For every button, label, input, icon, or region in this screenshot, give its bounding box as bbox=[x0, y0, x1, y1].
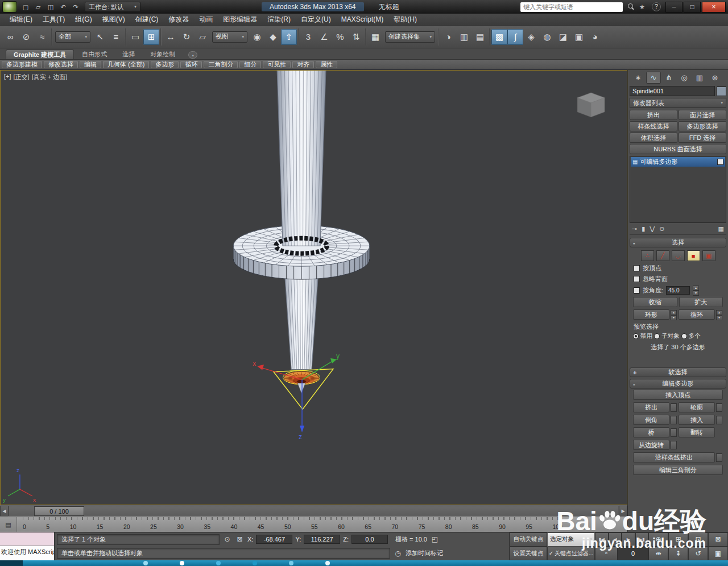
use-pivot-point-center-icon[interactable]: ◉ bbox=[249, 29, 265, 45]
bevel-settings-button[interactable] bbox=[671, 416, 677, 424]
curve-editor-icon[interactable]: ∫ bbox=[507, 29, 523, 45]
subobject-border-icon[interactable]: ◡ bbox=[672, 250, 685, 261]
hinge-settings-button[interactable] bbox=[671, 441, 677, 449]
select-and-manipulate-icon[interactable]: ◆ bbox=[265, 29, 281, 45]
select-and-link-icon[interactable]: ∞ bbox=[2, 29, 18, 45]
material-editor-icon[interactable]: ◍ bbox=[539, 29, 555, 45]
viewport-canvas[interactable]: x y z z x y bbox=[1, 71, 627, 505]
time-slider-left-arrow[interactable]: ◀ bbox=[0, 506, 9, 517]
time-tag-clock-icon[interactable]: ◷ bbox=[393, 548, 403, 558]
ribbon-panel-button[interactable]: 循环 bbox=[180, 61, 202, 68]
walk-through-icon[interactable]: ⇞ bbox=[668, 547, 688, 561]
by-angle-checkbox[interactable] bbox=[634, 287, 640, 294]
modifier-set-button[interactable]: NURBS 曲面选择 bbox=[630, 144, 726, 154]
ribbon-tab[interactable]: 选择 bbox=[115, 49, 142, 59]
zoom-all-icon[interactable]: ⊞ bbox=[668, 532, 688, 547]
viewport-shading-menu[interactable]: [真实 + 边面] bbox=[32, 73, 68, 81]
app-menu-button[interactable] bbox=[2, 1, 17, 13]
previous-frame-icon[interactable]: ◀ bbox=[609, 532, 622, 547]
ribbon-tab[interactable]: 对象绘制 bbox=[143, 49, 183, 59]
snap-toggle-3d-icon[interactable]: 3 bbox=[300, 29, 316, 45]
modifier-stack-selected-row[interactable]: ▦ 可编辑多边形 bbox=[631, 157, 725, 167]
help-icon[interactable]: ? bbox=[652, 2, 661, 11]
extrude-along-spline-button[interactable]: 沿样条线挤出 bbox=[633, 452, 715, 462]
spinner-up-icon[interactable]: ▴ bbox=[693, 286, 699, 291]
angle-spinner[interactable]: ▴ ▾ bbox=[693, 286, 699, 295]
subobject-vertex-icon[interactable]: ∴ bbox=[641, 250, 654, 261]
open-file-icon[interactable]: ▱ bbox=[32, 2, 44, 12]
menu-item[interactable]: 创建(C) bbox=[130, 14, 164, 26]
menu-item[interactable]: 图形编辑器 bbox=[218, 14, 262, 26]
ribbon-panel-button[interactable]: 多边形建模 bbox=[2, 61, 42, 68]
pan-icon[interactable]: ⇹ bbox=[648, 547, 668, 561]
select-by-name-icon[interactable]: ≡ bbox=[108, 29, 124, 45]
viewport[interactable]: x y z z x y [+] [正交] [真实 + 边面] bbox=[0, 70, 627, 505]
render-setup-icon[interactable]: ◪ bbox=[555, 29, 571, 45]
select-and-scale-icon[interactable]: ▱ bbox=[195, 29, 210, 45]
isolate-selection-icon[interactable]: ⊙ bbox=[222, 535, 232, 544]
ribbon-panel-button[interactable]: 修改选择 bbox=[44, 61, 78, 68]
shrink-button[interactable]: 收缩 bbox=[633, 297, 677, 307]
search-icon[interactable] bbox=[626, 3, 636, 11]
menu-item[interactable]: MAXScript(M) bbox=[336, 14, 389, 26]
favorites-star-icon[interactable]: ★ bbox=[637, 3, 647, 11]
pin-stack-icon[interactable]: ⊸ bbox=[632, 225, 637, 233]
spinner-snap-toggle-icon[interactable]: ⇅ bbox=[348, 29, 364, 45]
ribbon-panel-button[interactable]: 几何体 (全部) bbox=[103, 61, 149, 68]
modifier-set-button[interactable]: FFD 选择 bbox=[679, 133, 726, 143]
time-slider-right-arrow[interactable]: ▶ bbox=[619, 506, 627, 517]
flip-button[interactable]: 翻转 bbox=[679, 427, 715, 437]
redo-icon[interactable]: ↷ bbox=[70, 2, 81, 12]
modifier-set-button[interactable]: 面片选择 bbox=[679, 110, 726, 120]
ribbon-tab[interactable]: 自由形式 bbox=[75, 49, 114, 59]
bind-to-space-warp-icon[interactable]: ≈ bbox=[34, 29, 50, 45]
hinge-from-edge-button[interactable]: 从边旋转 bbox=[633, 440, 669, 450]
make-unique-icon[interactable]: ⋁ bbox=[650, 225, 655, 233]
zoom-icon[interactable]: ⊕ bbox=[648, 532, 668, 547]
select-and-move-icon[interactable]: ↔ bbox=[163, 29, 179, 45]
viewport-general-menu[interactable]: [+] bbox=[4, 73, 11, 81]
modifier-list-dropdown[interactable]: 修改器列表 ▾ bbox=[630, 98, 726, 108]
ribbon-panel-button[interactable]: 编辑 bbox=[80, 61, 101, 68]
menu-item[interactable]: 编辑(E) bbox=[5, 14, 38, 26]
ribbon-tab[interactable]: Graphite 建模工具 bbox=[6, 49, 74, 59]
inset-settings-button[interactable] bbox=[716, 416, 722, 424]
ribbon-panel-button[interactable]: 可见性 bbox=[263, 61, 291, 68]
spinner-down-icon[interactable]: ▾ bbox=[671, 315, 677, 320]
ignore-backfacing-checkbox[interactable] bbox=[634, 276, 640, 282]
ribbon-panel-button[interactable]: 多边形 bbox=[151, 61, 179, 68]
taskbar-app-icon[interactable] bbox=[143, 561, 148, 565]
rollout-soft-selection[interactable]: + 软选择 bbox=[630, 367, 726, 377]
go-to-start-icon[interactable]: ▮◀ bbox=[595, 532, 609, 547]
orbit-icon[interactable]: ↺ bbox=[688, 547, 708, 561]
command-tab-create-icon[interactable]: ∗ bbox=[631, 72, 646, 84]
spinner-down-icon[interactable]: ▾ bbox=[716, 315, 722, 320]
percent-snap-toggle-icon[interactable]: % bbox=[332, 29, 348, 45]
command-tab-motion-icon[interactable]: ◎ bbox=[677, 72, 692, 84]
menu-item[interactable]: 动画 bbox=[194, 14, 218, 26]
undo-icon[interactable]: ↶ bbox=[57, 2, 69, 12]
current-frame-field[interactable] bbox=[618, 547, 648, 561]
rectangular-selection-region-icon[interactable]: ▭ bbox=[127, 29, 143, 45]
angle-value-field[interactable] bbox=[666, 286, 690, 295]
menu-item[interactable]: 视图(V) bbox=[97, 14, 130, 26]
modifier-set-button[interactable]: 样条线选择 bbox=[630, 121, 677, 131]
selection-lock-icon[interactable]: ⊠ bbox=[235, 535, 245, 544]
menu-item[interactable]: 工具(T) bbox=[38, 14, 70, 26]
taskbar-app-icon[interactable] bbox=[253, 561, 257, 565]
workspace-dropdown[interactable]: 工作台: 默认 ▾ bbox=[85, 2, 140, 12]
by-vertex-checkbox[interactable] bbox=[634, 265, 640, 271]
mirror-icon[interactable]: ◑ bbox=[440, 29, 456, 45]
selection-filter-dropdown[interactable]: 选定对象 ▾ bbox=[547, 532, 595, 547]
rollout-selection[interactable]: - 选择 bbox=[630, 238, 726, 247]
insert-vertex-button[interactable]: 插入顶点 bbox=[633, 390, 723, 400]
zoom-region-icon[interactable]: ⊠ bbox=[708, 532, 728, 547]
maxscript-listener-line[interactable]: 欢迎使用 MAXScript bbox=[0, 546, 54, 561]
outline-settings-button[interactable] bbox=[716, 403, 722, 412]
extrude-along-spline-settings-button[interactable] bbox=[716, 453, 722, 462]
inset-button[interactable]: 插入 bbox=[679, 415, 715, 425]
keyboard-shortcut-override-icon[interactable]: ⇧ bbox=[281, 29, 297, 45]
modifier-set-button[interactable]: 多边形选择 bbox=[679, 121, 726, 131]
configure-modifier-sets-icon[interactable]: ▦ bbox=[718, 225, 724, 233]
edit-triangulation-button[interactable]: 编辑三角剖分 bbox=[633, 465, 723, 475]
